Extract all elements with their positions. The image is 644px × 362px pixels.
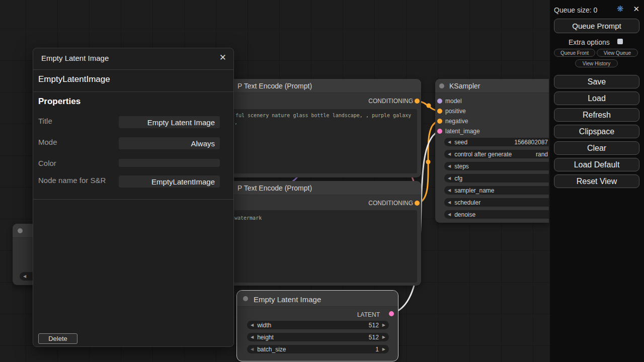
node-type-name: EmptyLatentImage xyxy=(38,74,110,84)
color-field[interactable] xyxy=(119,159,220,167)
dialog-title: Empty Latent Image xyxy=(41,54,109,62)
conditioning-output-dot[interactable] xyxy=(415,201,420,206)
control-after-generate-widget[interactable]: ◀ control after generate rand xyxy=(444,150,549,158)
input-slot-label: latent_image xyxy=(445,128,480,135)
decrement-arrow-icon[interactable]: ◀ xyxy=(251,335,254,339)
latent-output-dot[interactable] xyxy=(389,311,394,316)
input-slot-label: model xyxy=(445,98,462,105)
queue-prompt-button[interactable]: Queue Prompt xyxy=(554,19,639,33)
prompt-text: , xyxy=(234,120,237,125)
queue-size-label: Queue size: 0 xyxy=(554,6,597,14)
prompt-text: watermark xyxy=(234,215,262,221)
properties-heading: Properties xyxy=(38,97,80,107)
decrement-arrow-icon[interactable]: ◀ xyxy=(448,164,451,168)
view-history-button[interactable]: View History xyxy=(575,59,618,67)
input-slot-label: positive xyxy=(445,108,466,115)
clipspace-button[interactable]: Clipspace xyxy=(554,125,639,138)
output-slot-label: LATENT xyxy=(357,311,380,318)
steps-widget[interactable]: ◀ steps xyxy=(444,162,549,170)
settings-gear-icon[interactable]: ❋ xyxy=(617,4,623,14)
collapse-dot-icon[interactable] xyxy=(18,228,23,233)
comfy-menu-panel: Queue size: 0 ❋ ✕ Queue Prompt Extra opt… xyxy=(550,0,644,362)
node-ksampler[interactable]: KSampler model positive negative latent_… xyxy=(435,79,549,223)
positive-input-dot[interactable] xyxy=(437,109,442,114)
decrement-arrow-icon[interactable]: ◀ xyxy=(448,212,451,217)
mode-field[interactable]: Always xyxy=(119,137,220,149)
color-field-label: Color xyxy=(38,159,56,167)
wire-midpoint-dot xyxy=(427,104,431,108)
refresh-button[interactable]: Refresh xyxy=(554,108,639,122)
decrement-arrow-icon[interactable]: ◀ xyxy=(448,200,451,205)
node-properties-dialog: Empty Latent Image ✕ EmptyLatentImage Pr… xyxy=(33,48,234,347)
widget-value: 1566802087 xyxy=(514,139,548,146)
widget-value: 1 xyxy=(375,346,379,353)
wire-midpoint-dot xyxy=(426,160,431,164)
increment-arrow-icon[interactable]: ▶ xyxy=(382,335,385,339)
node-empty-latent-image[interactable]: Empty Latent Image LATENT ◀ width 512 ▶ … xyxy=(236,290,398,361)
decrement-arrow-icon[interactable]: ◀ xyxy=(448,188,451,193)
title-field-label: Title xyxy=(38,117,52,125)
reset-view-button[interactable]: Reset View xyxy=(554,174,639,188)
negative-input-dot[interactable] xyxy=(437,119,442,124)
collapse-dot-icon[interactable] xyxy=(243,296,248,301)
width-widget[interactable]: ◀ width 512 ▶ xyxy=(247,321,389,329)
close-icon[interactable]: ✕ xyxy=(219,52,226,63)
clear-button[interactable]: Clear xyxy=(554,141,639,155)
node-title: Empty Latent Image xyxy=(254,295,321,304)
batch-size-widget[interactable]: ◀ batch_size 1 ▶ xyxy=(247,345,389,353)
widget-label: denoise xyxy=(454,211,475,218)
input-slot-label: negative xyxy=(445,118,468,125)
widget-label: cfg xyxy=(454,175,462,182)
decrement-arrow-icon[interactable]: ◀ xyxy=(448,140,451,144)
decrement-arrow-icon[interactable]: ◀ xyxy=(251,347,254,351)
save-button[interactable]: Save xyxy=(554,75,639,88)
widget-label: scheduler xyxy=(454,199,480,206)
view-queue-button[interactable]: View Queue xyxy=(597,49,638,57)
widget-label: steps xyxy=(454,163,469,170)
widget-label: batch_size xyxy=(257,346,286,353)
seed-widget[interactable]: ◀ seed 1566802087 xyxy=(444,138,549,146)
divider xyxy=(33,199,233,200)
sampler-name-widget[interactable]: ◀ sampler_name xyxy=(444,186,549,195)
node-graph-canvas[interactable]: ◀ P Text Encode (Prompt) CONDITIONING fu… xyxy=(0,0,644,362)
divider xyxy=(33,69,233,70)
denoise-widget[interactable]: ◀ denoise xyxy=(444,210,549,219)
prompt-text: ful scenery nature glass bottle landscap… xyxy=(235,113,411,118)
model-input-dot[interactable] xyxy=(437,99,442,104)
node-name-snr-label: Node name for S&R xyxy=(38,176,106,185)
conditioning-output-dot[interactable] xyxy=(415,99,420,104)
widget-label: sampler_name xyxy=(454,187,494,194)
decrement-arrow-icon[interactable]: ◀ xyxy=(448,176,451,180)
decrement-arrow-icon[interactable]: ◀ xyxy=(448,152,451,156)
decrement-arrow-icon[interactable]: ◀ xyxy=(23,274,26,279)
collapse-dot-icon[interactable] xyxy=(439,83,444,88)
title-field[interactable]: Empty Latent Image xyxy=(119,116,220,128)
widget-label: seed xyxy=(454,139,467,146)
close-icon[interactable]: ✕ xyxy=(633,5,639,14)
scheduler-widget[interactable]: ◀ scheduler xyxy=(444,198,549,207)
height-widget[interactable]: ◀ height 512 ▶ xyxy=(247,333,389,341)
node-header[interactable]: KSampler xyxy=(435,79,549,93)
node-name-snr-field[interactable]: EmptyLatentImage xyxy=(119,175,220,188)
increment-arrow-icon[interactable]: ▶ xyxy=(382,323,385,327)
load-default-button[interactable]: Load Default xyxy=(554,158,639,171)
mode-field-label: Mode xyxy=(38,138,57,146)
extra-options-label: Extra options xyxy=(569,38,610,46)
delete-button[interactable]: Delete xyxy=(38,333,77,344)
output-slot-label: CONDITIONING xyxy=(368,200,413,207)
cfg-widget[interactable]: ◀ cfg xyxy=(444,174,549,183)
widget-value: 512 xyxy=(369,334,379,341)
node-title: P Text Encode (Prompt) xyxy=(237,82,312,90)
queue-front-button[interactable]: Queue Front xyxy=(554,49,595,57)
node-title: KSampler xyxy=(449,82,480,90)
widget-value: rand xyxy=(536,151,548,158)
widget-label: height xyxy=(257,334,274,341)
latent-input-dot[interactable] xyxy=(437,129,442,134)
widget-label: width xyxy=(257,322,271,329)
increment-arrow-icon[interactable]: ▶ xyxy=(382,347,385,351)
extra-options-checkbox[interactable] xyxy=(617,39,623,44)
node-title: P Text Encode (Prompt) xyxy=(237,184,312,192)
node-header[interactable]: Empty Latent Image xyxy=(237,291,398,307)
load-button[interactable]: Load xyxy=(554,92,639,105)
decrement-arrow-icon[interactable]: ◀ xyxy=(251,323,254,327)
